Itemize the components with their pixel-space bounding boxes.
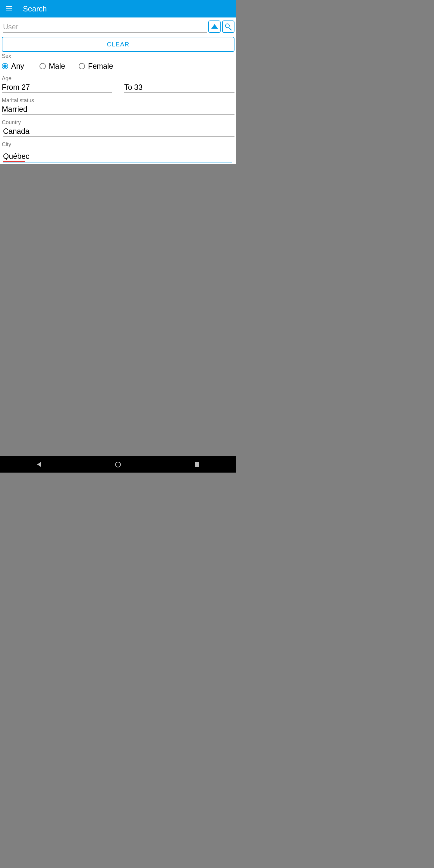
country-label: Country xyxy=(2,119,235,126)
radio-label: Any xyxy=(11,62,24,70)
radio-icon xyxy=(79,63,85,69)
marital-label: Marital status xyxy=(2,97,235,104)
back-icon[interactable] xyxy=(37,462,41,467)
triangle-up-icon xyxy=(211,24,218,29)
search-button[interactable] xyxy=(222,21,235,33)
filter-form: CLEAR Sex Any Male Female Age From 27 To… xyxy=(0,35,236,164)
marital-status-field[interactable]: Married xyxy=(2,104,235,115)
country-field[interactable]: Canada xyxy=(3,126,235,136)
age-label: Age xyxy=(2,75,235,82)
search-row xyxy=(0,18,236,35)
city-label: City xyxy=(2,141,235,148)
radio-icon xyxy=(39,63,46,69)
user-search-input[interactable] xyxy=(3,21,207,33)
sex-option-female[interactable]: Female xyxy=(79,62,113,70)
collapse-button[interactable] xyxy=(208,21,221,33)
radio-icon xyxy=(2,63,8,69)
radio-label: Female xyxy=(88,62,113,70)
search-icon xyxy=(225,24,232,30)
city-input[interactable] xyxy=(3,152,232,162)
sex-label: Sex xyxy=(2,53,235,59)
sex-radio-group: Any Male Female xyxy=(2,62,235,70)
recent-apps-icon[interactable] xyxy=(195,462,199,467)
sex-option-male[interactable]: Male xyxy=(39,62,79,70)
app-bar: Search xyxy=(0,0,236,18)
clear-button[interactable]: CLEAR xyxy=(2,37,235,52)
age-to-field[interactable]: To 33 xyxy=(124,82,235,93)
system-nav-bar xyxy=(0,456,236,472)
home-icon[interactable] xyxy=(115,462,121,467)
menu-icon[interactable] xyxy=(6,6,12,11)
radio-label: Male xyxy=(49,62,65,70)
spellcheck-underline-icon xyxy=(3,161,25,162)
sex-option-any[interactable]: Any xyxy=(2,62,39,70)
age-from-field[interactable]: From 27 xyxy=(2,82,112,93)
page-title: Search xyxy=(23,4,47,13)
